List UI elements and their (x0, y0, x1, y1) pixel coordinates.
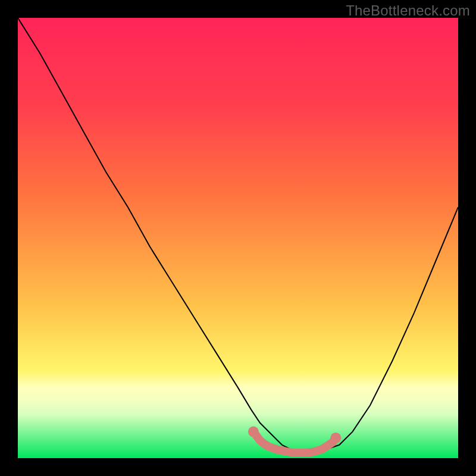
chart-svg (18, 18, 458, 458)
watermark-text: TheBottleneck.com (346, 2, 470, 19)
trough-end-dot (248, 427, 259, 437)
bottleneck-chart (18, 18, 458, 458)
trough-end-dot (330, 433, 341, 443)
chart-background (18, 18, 458, 458)
